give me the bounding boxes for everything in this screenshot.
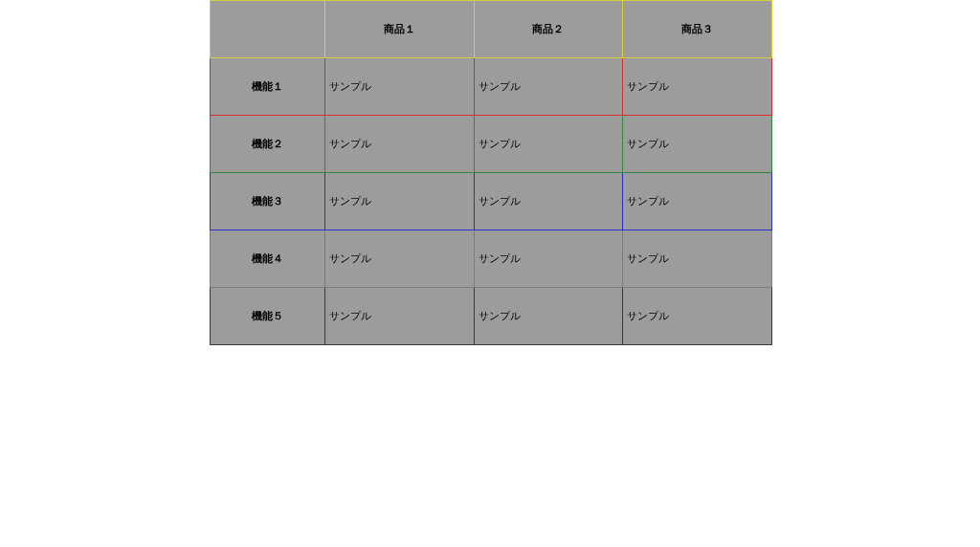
row-label: 機能２ xyxy=(211,116,325,173)
table-cell: サンプル xyxy=(474,58,623,116)
table-cell: サンプル xyxy=(474,116,623,173)
table-cell: サンプル xyxy=(623,288,772,345)
table-cell: サンプル xyxy=(324,288,474,345)
table-cell: サンプル xyxy=(324,58,474,116)
table-cell: サンプル xyxy=(324,173,474,230)
table-row: 機能３ サンプル サンプル サンプル xyxy=(211,173,772,230)
header-empty-cell xyxy=(211,1,325,58)
table: 商品１ 商品２ 商品３ 機能１ サンプル サンプル サンプル 機能２ サンプル … xyxy=(210,0,772,345)
table-cell: サンプル xyxy=(474,288,623,345)
table-header-row: 商品１ 商品２ 商品３ xyxy=(211,1,772,58)
column-header: 商品２ xyxy=(474,1,623,58)
table-row: 機能５ サンプル サンプル サンプル xyxy=(211,288,772,345)
comparison-table: 商品１ 商品２ 商品３ 機能１ サンプル サンプル サンプル 機能２ サンプル … xyxy=(210,0,772,345)
column-header: 商品１ xyxy=(324,1,474,58)
row-label: 機能４ xyxy=(211,230,325,288)
table-row: 機能４ サンプル サンプル サンプル xyxy=(211,230,772,288)
table-cell: サンプル xyxy=(474,230,623,288)
table-cell: サンプル xyxy=(623,173,772,230)
table-cell: サンプル xyxy=(324,230,474,288)
table-row: 機能１ サンプル サンプル サンプル xyxy=(211,58,772,116)
table-cell: サンプル xyxy=(623,116,772,173)
row-label: 機能３ xyxy=(211,173,325,230)
row-label: 機能１ xyxy=(211,58,325,116)
table-row: 機能２ サンプル サンプル サンプル xyxy=(211,116,772,173)
table-cell: サンプル xyxy=(623,58,772,116)
table-cell: サンプル xyxy=(623,230,772,288)
table-cell: サンプル xyxy=(324,116,474,173)
row-label: 機能５ xyxy=(211,288,325,345)
table-cell: サンプル xyxy=(474,173,623,230)
column-header: 商品３ xyxy=(623,1,772,58)
